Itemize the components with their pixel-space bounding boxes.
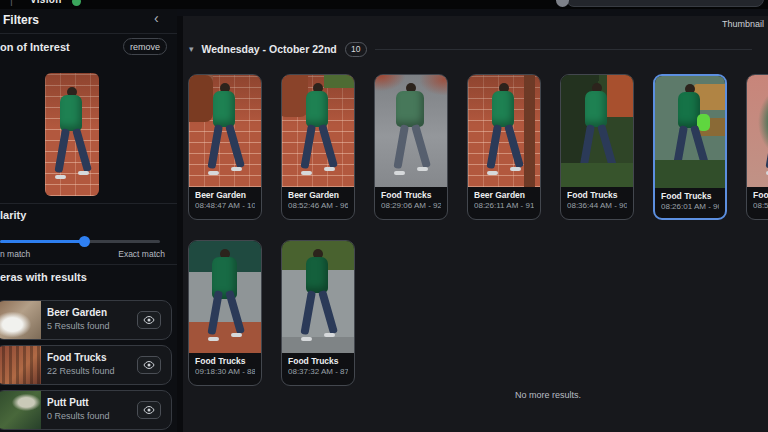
detection-camera: Food Trucks <box>567 190 627 201</box>
camera-name: Beer Garden <box>47 307 107 318</box>
brand-logo: Vision <box>30 0 62 5</box>
detection-card[interactable]: Food Trucks 08:37:32 AM - 87 <box>281 240 355 386</box>
brand-divider: | <box>10 0 13 6</box>
detection-card-clipped[interactable]: Food Trucks 08:5 <box>746 74 768 220</box>
visibility-toggle-button[interactable] <box>137 311 161 329</box>
camera-thumbnail <box>0 301 41 339</box>
detection-card[interactable]: Beer Garden 08:48:47 AM - 100 <box>188 74 262 220</box>
eye-icon <box>143 314 155 326</box>
divider <box>0 203 177 204</box>
chevron-down-icon[interactable]: ▾ <box>189 40 194 58</box>
group-rule <box>375 49 752 50</box>
camera-row-food-trucks[interactable]: Food Trucks 22 Results found <box>0 345 172 385</box>
filters-title: Filters <box>3 13 39 27</box>
camera-results-count: 22 Results found <box>47 366 115 376</box>
detection-camera: Beer Garden <box>195 190 255 201</box>
search-leading-icon <box>556 0 569 7</box>
detection-time-score: 09:18:30 AM - 88 <box>195 367 255 377</box>
date-group-header: ▾ Wednesday - October 22nd 10 <box>189 40 762 58</box>
detection-card[interactable]: Food Trucks 08:29:06 AM - 92 <box>374 74 448 220</box>
detection-time-score: 08:29:06 AM - 92 <box>381 201 441 211</box>
detection-image <box>189 75 261 187</box>
brand-status-dot-icon <box>72 0 81 6</box>
detection-camera: Food Trucks <box>661 191 719 202</box>
sidebar-collapse-icon[interactable]: ‹ <box>154 10 159 26</box>
detection-camera: Food Trucks <box>753 190 768 201</box>
eye-icon <box>143 359 155 371</box>
region-of-interest-image <box>45 73 99 196</box>
person-figure <box>54 87 90 185</box>
remove-roi-button[interactable]: remove <box>123 38 167 55</box>
similarity-title: larity <box>0 209 26 221</box>
main-toolbar-strip <box>177 9 768 16</box>
detection-image <box>561 75 633 187</box>
visibility-toggle-button[interactable] <box>137 356 161 374</box>
thumbnail-size-control[interactable]: Thumbnail <box>722 19 764 29</box>
detection-time-score: 08:48:47 AM - 100 <box>195 201 255 211</box>
camera-results-count: 0 Results found <box>47 411 110 421</box>
search-input[interactable] <box>566 0 764 7</box>
detection-time-score: 08:37:32 AM - 87 <box>288 367 348 377</box>
detection-time-score: 08:36:44 AM - 90 <box>567 201 627 211</box>
camera-name: Food Trucks <box>47 352 106 363</box>
similarity-slider-fill <box>0 240 84 243</box>
camera-row-beer-garden[interactable]: Beer Garden 5 Results found <box>0 300 172 340</box>
camera-results-count: 5 Results found <box>47 321 110 331</box>
camera-name: Putt Putt <box>47 397 89 408</box>
filters-sidebar: Filters ‹ on of Interest remove larity n… <box>0 9 177 432</box>
detection-camera: Food Trucks <box>288 356 348 367</box>
detection-camera: Beer Garden <box>288 190 348 201</box>
detection-card[interactable]: Food Trucks 09:18:30 AM - 88 <box>188 240 262 386</box>
results-panel: Thumbnail ▾ Wednesday - October 22nd 10 … <box>183 16 768 432</box>
panel-divider <box>177 9 183 432</box>
region-of-interest-title: on of Interest <box>0 41 70 53</box>
detection-time-score: 08:52:46 AM - 96 <box>288 201 348 211</box>
detection-camera: Food Trucks <box>381 190 441 201</box>
top-bar: | Vision <box>0 0 768 9</box>
detection-camera: Food Trucks <box>195 356 255 367</box>
date-group-title: Wednesday - October 22nd <box>202 43 337 55</box>
detection-card-selected[interactable]: Food Trucks 08:26:01 AM - 90 <box>653 74 727 220</box>
divider <box>0 33 177 34</box>
similarity-slider-knob[interactable] <box>79 236 90 247</box>
detection-time-score: 08:26:11 AM - 91 <box>474 201 534 211</box>
detection-card[interactable]: Beer Garden 08:52:46 AM - 96 <box>281 74 355 220</box>
detection-camera: Beer Garden <box>474 190 534 201</box>
divider <box>0 264 177 265</box>
no-more-results-text: No more results. <box>515 390 581 400</box>
result-count-badge: 10 <box>345 42 367 57</box>
similarity-max-label: Exact match <box>118 249 165 259</box>
camera-thumbnail <box>0 346 41 384</box>
detection-image <box>282 75 354 187</box>
detection-image <box>189 241 261 353</box>
cameras-with-results-title: eras with results <box>0 271 87 283</box>
app-window: | Vision Filters ‹ on of Interest remove… <box>0 0 768 432</box>
detection-image <box>747 75 768 187</box>
detection-card[interactable]: Food Trucks 08:36:44 AM - 90 <box>560 74 634 220</box>
detection-image <box>282 241 354 353</box>
camera-row-putt-putt[interactable]: Putt Putt 0 Results found <box>0 390 172 430</box>
detection-image <box>468 75 540 187</box>
detection-image <box>655 76 725 188</box>
camera-thumbnail <box>0 391 41 429</box>
eye-icon <box>143 404 155 416</box>
detection-time-score: 08:26:01 AM - 90 <box>661 202 719 212</box>
detection-time-score: 08:5 <box>753 201 768 211</box>
detection-card[interactable]: Beer Garden 08:26:11 AM - 91 <box>467 74 541 220</box>
visibility-toggle-button[interactable] <box>137 401 161 419</box>
similarity-min-label: n match <box>0 249 30 259</box>
detection-image <box>375 75 447 187</box>
